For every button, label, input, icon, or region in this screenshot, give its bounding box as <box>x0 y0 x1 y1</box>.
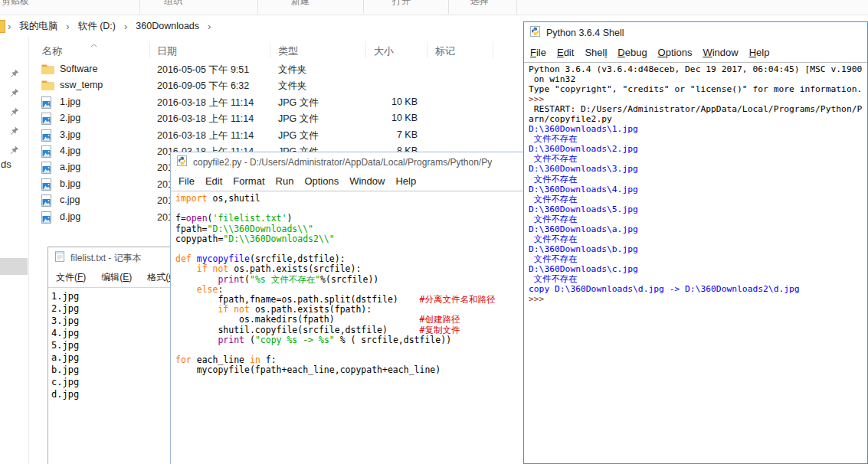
file-type: 文件夹 <box>278 64 307 77</box>
ribbon-group-label: 剪贴板 <box>2 0 29 8</box>
file-row[interactable]: 3.jpg2016-03-18 上午 11:14JPG 文件7 KB <box>29 127 523 143</box>
ribbon-group-separator <box>139 0 140 14</box>
file-row[interactable]: 1.jpg2016-03-18 上午 11:14JPG 文件10 KB <box>29 94 523 110</box>
file-type: 文件夹 <box>278 80 307 93</box>
column-header-4[interactable]: 大小 <box>374 44 394 58</box>
shell-line: 文件不存在 <box>529 274 867 284</box>
file-name: a.jpg <box>60 162 80 172</box>
file-date: 2016-03-18 上午 11:14 <box>157 129 254 142</box>
menu-item-run[interactable]: Run <box>276 175 294 187</box>
breadcrumb-chevron-icon[interactable]: › <box>124 21 127 31</box>
shell-text-area[interactable]: Python 3.6.4 (v3.6.4:d48eceb, Dec 19 201… <box>524 62 867 463</box>
image-file-icon <box>41 162 51 176</box>
shell-line: Python 3.6.4 (v3.6.4:d48eceb, Dec 19 201… <box>529 64 867 74</box>
file-row[interactable]: Software2016-05-05 下午 9:51文件夹 <box>29 61 523 77</box>
menu-item-window[interactable]: Window <box>703 47 738 58</box>
column-header-2[interactable]: 日期 <box>157 44 177 58</box>
image-file-icon <box>41 96 51 111</box>
column-separator <box>493 41 493 58</box>
menu-item-debug[interactable]: Debug <box>617 47 647 58</box>
sidebar-item-360downloads[interactable]: ds <box>1 158 11 170</box>
shell-line: Type "copyright", "credits" or "license(… <box>529 84 867 94</box>
file-type: JPG 文件 <box>278 113 319 126</box>
breadcrumb-folder-icon <box>0 20 5 33</box>
shell-line: on win32 <box>529 74 867 84</box>
column-header-3[interactable]: 类型 <box>278 44 298 58</box>
python-file-icon <box>177 155 188 169</box>
shell-line: D:\360Downloads\4.jpg <box>529 185 867 194</box>
explorer-ribbon: 剪贴板组织新建打开选择 <box>0 0 868 15</box>
menu-item-window[interactable]: Window <box>349 175 385 187</box>
column-header-1[interactable]: 名称 <box>42 44 62 58</box>
python-shell-icon <box>530 26 541 40</box>
notepad-icon <box>54 251 65 265</box>
menu-item-help[interactable]: Help <box>749 47 770 58</box>
shell-line: arn/copyfile2.py <box>529 114 867 124</box>
file-date: 2016-09-05 下午 6:32 <box>157 80 249 93</box>
menu-item-shell[interactable]: Shell <box>585 47 607 58</box>
shell-line: D:\360Downloads\1.jpg <box>529 124 867 134</box>
shell-line: D:\360Downloads\a.jpg <box>529 224 867 234</box>
file-size: 7 KB <box>360 129 418 140</box>
shell-line: D:\360Downloads\c.jpg <box>529 264 867 274</box>
breadcrumb-chevron-icon[interactable]: › <box>208 21 211 31</box>
file-name: b.jpg <box>60 178 80 189</box>
ribbon-group-separator <box>516 0 517 14</box>
breadcrumb-chevron-icon[interactable]: › <box>66 21 69 31</box>
menu-item-options[interactable]: Options <box>658 47 693 58</box>
image-file-icon <box>41 211 51 226</box>
breadcrumb-item[interactable]: 软件 (D:) <box>78 20 116 33</box>
file-date: 2016-03-18 上午 11:14 <box>157 113 254 126</box>
breadcrumb-item[interactable]: 360Downloads <box>136 21 199 31</box>
file-row[interactable]: 2.jpg2016-03-18 上午 11:14JPG 文件10 KB <box>29 110 523 126</box>
column-separator <box>427 41 427 58</box>
column-header-5[interactable]: 标记 <box>435 44 455 58</box>
menu-item-e[interactable]: 编辑(E) <box>101 271 132 284</box>
folder-icon <box>41 80 54 93</box>
breadcrumb-item[interactable]: 我的电脑 <box>19 20 57 33</box>
file-list-headers: 名称日期类型大小标记 <box>29 40 523 60</box>
ribbon-group-separator <box>257 0 258 14</box>
file-type: JPG 文件 <box>278 96 319 109</box>
file-name: Software <box>60 64 97 74</box>
shell-line: 文件不存在 <box>529 234 867 244</box>
sort-ascending-icon <box>90 38 97 50</box>
column-separator <box>270 41 270 58</box>
file-row[interactable]: ssw_temp2016-09-05 下午 6:32文件夹 <box>29 77 523 93</box>
shell-line: 文件不存在 <box>529 194 867 204</box>
pin-icon <box>10 144 19 153</box>
breadcrumb-chevron-icon[interactable]: › <box>8 21 11 31</box>
shell-titlebar[interactable]: Python 3.6.4 Shell <box>524 22 867 43</box>
shell-line: RESTART: D:/Users/Administrator/AppData/… <box>529 104 867 114</box>
breadcrumb: ›我的电脑›软件 (D:)›360Downloads› <box>0 15 531 37</box>
file-date: 2016-03-18 上午 11:14 <box>157 96 254 109</box>
image-file-icon <box>41 113 51 127</box>
shell-line: 文件不存在 <box>529 214 867 224</box>
menu-item-f[interactable]: 文件(F) <box>56 271 86 284</box>
shell-line: copy D:\360Downloads\d.jpg -> D:\360Down… <box>529 284 867 294</box>
file-name: 2.jpg <box>60 113 80 123</box>
file-date: 2016-05-05 下午 9:51 <box>157 64 249 77</box>
shell-line: >>> <box>529 294 867 304</box>
pin-icon <box>10 67 19 77</box>
ribbon-group-label: 新建 <box>291 0 310 8</box>
editor-title: copyfile2.py - D:/Users/Administrator/Ap… <box>193 157 492 168</box>
menu-item-file[interactable]: File <box>530 47 546 58</box>
menu-item-options[interactable]: Options <box>304 175 339 187</box>
menu-item-format[interactable]: Format <box>233 175 264 187</box>
menu-item-edit[interactable]: Edit <box>557 47 574 58</box>
shell-line: D:\360Downloads\b.jpg <box>529 244 867 254</box>
menu-item-file[interactable]: File <box>179 175 195 187</box>
shell-line: 文件不存在 <box>529 254 867 264</box>
file-name: d.jpg <box>60 211 80 222</box>
sidebar-item-highlight[interactable] <box>0 258 28 275</box>
file-name: 3.jpg <box>60 129 80 140</box>
menu-item-edit[interactable]: Edit <box>205 175 222 187</box>
folder-icon <box>41 64 54 77</box>
notepad-title: filelist.txt - 记事本 <box>70 252 142 265</box>
shell-line: D:\360Downloads\5.jpg <box>529 204 867 214</box>
image-file-icon <box>41 178 51 193</box>
menu-item-help[interactable]: Help <box>395 175 416 187</box>
image-file-icon <box>41 129 51 144</box>
ribbon-group-label: 打开 <box>392 0 411 8</box>
